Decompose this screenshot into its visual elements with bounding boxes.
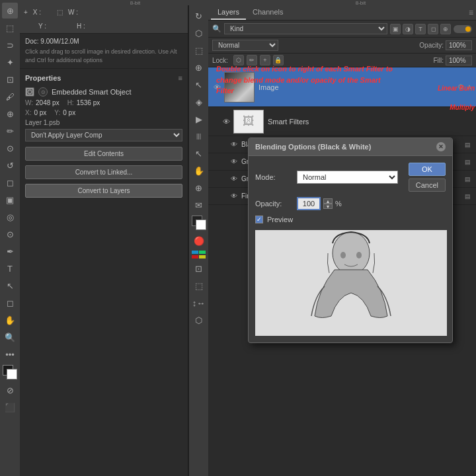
slice-tool[interactable]: ⬡: [191, 312, 207, 328]
path-select[interactable]: ↖: [2, 278, 18, 294]
node-edit[interactable]: ◈: [191, 94, 207, 110]
dodge-tool[interactable]: ⊙: [2, 226, 18, 242]
background-color[interactable]: [7, 369, 17, 379]
zoom-tool[interactable]: 🔍: [2, 329, 18, 345]
rotate-view[interactable]: ↻: [191, 8, 207, 24]
properties-title: Properties: [25, 74, 61, 82]
sf-blend-gp1[interactable]: ▤: [463, 157, 472, 167]
color-strips: [192, 251, 206, 258]
transform-tool[interactable]: ↕↔: [191, 295, 207, 311]
select-arrow[interactable]: ↖: [191, 145, 207, 161]
ok-button[interactable]: OK: [409, 163, 446, 176]
edit-contents-button[interactable]: Edit Contents: [25, 147, 182, 161]
mode-row: Mode: Normal Multiply Screen Overlay Lin…: [255, 163, 446, 192]
move-tool[interactable]: ⊕: [2, 3, 18, 19]
lock-position[interactable]: ✏: [247, 55, 257, 65]
zoom-mid[interactable]: ⊕: [191, 180, 207, 196]
content-aware[interactable]: ⊡: [191, 260, 207, 276]
cancel-button[interactable]: Cancel: [409, 178, 446, 192]
layer-image[interactable]: 👁 Image ⚙ ∧: [208, 67, 476, 107]
layer-name: Layer 1.psb: [25, 119, 182, 126]
healing-tool[interactable]: ⊕: [2, 106, 18, 122]
convert-layers-button[interactable]: Convert to Layers: [25, 184, 182, 198]
lasso-tool[interactable]: ⊃: [2, 37, 18, 53]
palette-tool[interactable]: 🔴: [191, 233, 207, 249]
blur-tool[interactable]: ◎: [2, 209, 18, 225]
spin-up[interactable]: ▲: [323, 198, 333, 204]
dialog-close-button[interactable]: ✕: [436, 142, 446, 151]
canvas-tool[interactable]: ⬚: [191, 42, 207, 58]
opacity-number-input[interactable]: [297, 197, 321, 210]
visibility-image[interactable]: 👁: [212, 83, 221, 92]
filter-shape[interactable]: ◻: [428, 24, 438, 34]
smear[interactable]: |||: [191, 128, 207, 144]
visibility-smart-filters[interactable]: 👁: [221, 117, 231, 126]
spin-down[interactable]: ▼: [323, 204, 333, 209]
screen-mode[interactable]: ⬛: [2, 399, 18, 415]
mode-select[interactable]: Normal Multiply Screen Overlay Linear Bu…: [297, 171, 398, 184]
convert-layers-row: Convert to Layers: [25, 184, 182, 200]
marquee-tool[interactable]: ⬚: [2, 20, 18, 36]
magic-wand-tool[interactable]: ✦: [2, 54, 18, 70]
shape-tool[interactable]: ◻: [2, 295, 18, 311]
w-label: W :: [68, 9, 78, 16]
convert-linked-button[interactable]: Convert to Linked...: [25, 165, 182, 179]
opacity-input[interactable]: [446, 40, 472, 50]
layer-smart-filters[interactable]: 👁 🖼 Smart Filters: [208, 107, 476, 136]
direct-select[interactable]: ↖: [191, 77, 207, 93]
h-label: H :: [77, 22, 85, 30]
frame-tool[interactable]: ⬚: [191, 278, 207, 294]
anchor-tool[interactable]: ⊕: [191, 60, 207, 75]
opacity-row: Opacity:: [419, 40, 472, 50]
fill-input[interactable]: [446, 56, 472, 65]
history-brush[interactable]: ↺: [2, 157, 18, 173]
lock-artboard[interactable]: +: [260, 55, 270, 65]
playback[interactable]: ▶: [191, 111, 207, 127]
filter-toggle[interactable]: [454, 25, 472, 33]
eraser-tool[interactable]: ◻: [2, 175, 18, 190]
preview-checkbox[interactable]: [255, 216, 263, 223]
mask-mode[interactable]: ⊘: [2, 382, 18, 398]
filter-type[interactable]: T: [415, 24, 426, 34]
sf-blend-bw[interactable]: ▤: [463, 140, 472, 149]
sf-eye-gp2[interactable]: 👁: [229, 175, 239, 184]
mode-label: Mode:: [255, 173, 292, 181]
filter-pixel[interactable]: ▣: [390, 24, 401, 34]
type-tool[interactable]: T: [2, 260, 18, 276]
tab-channels[interactable]: Channels: [246, 5, 290, 20]
brush-tool[interactable]: ✏: [2, 123, 18, 139]
pen-tool[interactable]: ✒: [2, 243, 18, 259]
stamp-tool[interactable]: ⊙: [2, 140, 18, 156]
envelope[interactable]: ✉: [191, 197, 207, 213]
lock-pixels[interactable]: ⬡: [233, 55, 244, 65]
filter-smart[interactable]: ⊕: [440, 24, 451, 34]
layer-comp-select[interactable]: Don't Apply Layer Comp: [25, 129, 182, 141]
expand-icon[interactable]: ∧: [467, 83, 472, 91]
hand-tool[interactable]: ✋: [2, 312, 18, 328]
lock-all[interactable]: 🔒: [273, 55, 284, 65]
3d-mode[interactable]: ⬡: [191, 25, 207, 41]
color-square[interactable]: [192, 216, 206, 230]
fill-label: Fill:: [433, 57, 444, 64]
filter-adjust[interactable]: ◑: [403, 24, 413, 34]
more-tools[interactable]: •••: [2, 346, 18, 362]
gradient-tool[interactable]: ▣: [2, 192, 18, 208]
smart-object-icon2: ⊙: [38, 87, 48, 97]
crop-tool[interactable]: ⊡: [2, 71, 18, 87]
sf-eye-bw[interactable]: 👁: [229, 140, 239, 149]
sf-blend-gp2[interactable]: ▤: [463, 175, 472, 184]
filter-select[interactable]: Kind: [224, 23, 387, 34]
color-swatch[interactable]: [3, 365, 17, 379]
smart-filter-settings-icon[interactable]: ⚙: [457, 83, 464, 91]
sf-blend-fe[interactable]: ▤: [463, 192, 472, 201]
eyedropper-tool[interactable]: 🖋: [2, 89, 18, 104]
opacity-spinner[interactable]: ▲ ▼: [323, 198, 333, 209]
layers-menu-button[interactable]: ≡: [469, 8, 473, 17]
hand-mid[interactable]: ✋: [191, 163, 207, 178]
sf-eye-fe[interactable]: 👁: [229, 192, 239, 201]
blend-mode-select[interactable]: Normal: [212, 40, 278, 51]
top-bits-bar: 8-bit 8-bit: [20, 0, 476, 5]
sf-eye-gp1[interactable]: 👁: [229, 157, 239, 167]
tab-layers[interactable]: Layers: [211, 5, 246, 20]
properties-menu[interactable]: ≡: [178, 74, 182, 82]
